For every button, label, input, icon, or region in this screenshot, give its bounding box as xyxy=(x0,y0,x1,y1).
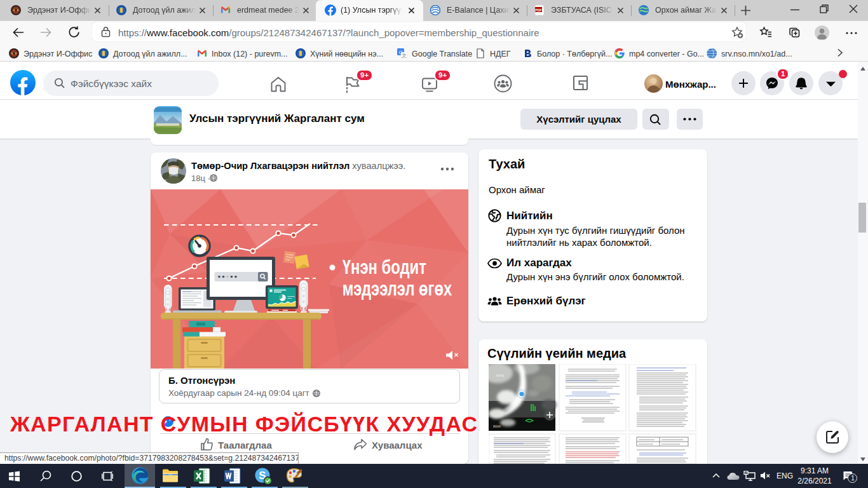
svg-text:PDF: PDF xyxy=(535,8,541,12)
svg-text:мэдээлэл өгөх: мэдээлэл өгөх xyxy=(342,278,452,300)
svg-text:Үнэн бодит: Үнэн бодит xyxy=(342,256,426,278)
svg-text:文: 文 xyxy=(402,53,407,58)
svg-text:NOAA: NOAA xyxy=(493,425,501,429)
svg-text:R04B: R04B xyxy=(496,374,504,378)
